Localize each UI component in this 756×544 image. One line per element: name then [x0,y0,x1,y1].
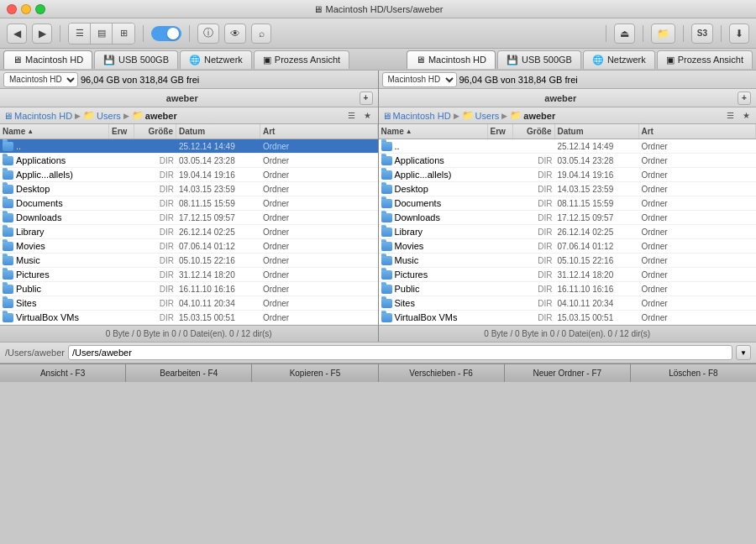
right-location-select[interactable]: Macintosh HD [382,72,457,87]
file-name-cell: VirtualBox VMs [0,311,109,324]
fkey-3-button[interactable]: Ansicht - F3 [0,364,126,382]
table-row[interactable]: DocumentsDIR08.11.15 15:59Ordner [0,196,378,211]
table-row[interactable]: ..25.12.14 14:49Ordner [379,139,757,154]
tab-right-prozess[interactable]: ▣ Prozess Ansicht [657,50,753,69]
table-row[interactable]: LibraryDIR26.12.14 02:25Ordner [379,225,757,239]
tab-left-netzwerk[interactable]: 🌐 Netzwerk [180,50,252,69]
detail-view-button[interactable]: ▤ [91,24,113,44]
fkey-4-button[interactable]: Bearbeiten - F4 [126,364,252,382]
table-row[interactable]: VirtualBox VMsDIR15.03.15 00:51Ordner [0,311,378,325]
left-col-art[interactable]: Art [260,124,378,139]
right-col-name[interactable]: Name ▲ [379,124,488,139]
file-art-cell: Ordner [260,282,378,296]
tab-left-usb[interactable]: 💾 USB 500GB [94,50,178,69]
toggle-switch[interactable] [151,26,181,41]
back-button[interactable]: ◀ [7,24,27,44]
right-add-tab-button[interactable]: + [738,92,751,105]
left-add-tab-button[interactable]: + [360,92,373,105]
left-col-datum[interactable]: Datum [176,124,260,139]
left-col-grosse[interactable]: Größe [134,124,176,139]
tab-right-usb[interactable]: 💾 USB 500GB [497,50,581,69]
fkey-7-button[interactable]: Neuer Ordner - F7 [505,364,631,382]
file-art-cell: Ordner [260,268,378,281]
right-col-datum[interactable]: Datum [555,124,639,139]
table-row[interactable]: LibraryDIR26.12.14 02:25Ordner [0,225,378,239]
table-row[interactable]: MoviesDIR07.06.14 01:12Ordner [0,239,378,254]
table-row[interactable]: PublicDIR16.11.10 16:16Ordner [0,282,378,296]
tab-right-macintosh-hd[interactable]: 🖥 Macintosh HD [407,50,496,69]
right-breadcrumb-aweber[interactable]: 📁 aweber [510,110,555,121]
table-row[interactable]: DocumentsDIR08.11.15 15:59Ordner [379,196,757,211]
right-col-erw[interactable]: Erw [488,124,513,139]
left-file-list[interactable]: ..25.12.14 14:49OrdnerApplicationsDIR03.… [0,139,378,325]
table-row[interactable]: SitesDIR04.10.11 20:34Ordner [379,296,757,311]
tab-left-macintosh-hd[interactable]: 🖥 Macintosh HD [3,50,92,69]
fkey-6-button[interactable]: Verschieben - F6 [379,364,505,382]
s3-button[interactable]: S3 [691,24,713,44]
table-row[interactable]: ..25.12.14 14:49Ordner [0,139,378,154]
file-name-cell: Desktop [379,182,488,196]
file-datum-cell: 16.11.10 16:16 [555,282,639,296]
left-col-name[interactable]: Name ▲ [0,124,109,139]
right-breadcrumb-users[interactable]: 📁 Users [462,110,500,121]
table-row[interactable]: PicturesDIR31.12.14 18:20Ordner [379,268,757,282]
close-button[interactable] [7,4,17,14]
info-button[interactable]: ⓘ [197,24,219,44]
table-row[interactable]: DesktopDIR14.03.15 23:59Ordner [379,182,757,196]
file-erw-cell [488,139,513,153]
right-pane-title: aweber [384,93,738,103]
table-row[interactable]: DownloadsDIR17.12.15 09:57Ordner [0,211,378,225]
left-breadcrumb-users[interactable]: 📁 Users [83,110,121,121]
table-row[interactable]: Applic...allels)DIR19.04.14 19:16Ordner [379,168,757,182]
left-bookmark-btn[interactable]: ★ [361,109,375,123]
file-name-text: Movies [395,241,424,251]
left-col-erw[interactable]: Erw [109,124,134,139]
forward-button[interactable]: ▶ [32,24,52,44]
left-breadcrumb-macintosh[interactable]: 🖥 Macintosh HD [3,111,72,121]
left-breadcrumb-sep-1: ▶ [75,112,81,120]
right-file-list[interactable]: ..25.12.14 14:49OrdnerApplicationsDIR03.… [379,139,757,325]
left-view-list-btn[interactable]: ☰ [345,109,359,123]
path-dropdown-button[interactable]: ▼ [736,345,751,360]
table-row[interactable]: DownloadsDIR17.12.15 09:57Ordner [379,211,757,225]
right-col-grosse[interactable]: Größe [513,124,555,139]
fkey-5-button[interactable]: Kopieren - F5 [252,364,378,382]
minimize-button[interactable] [21,4,31,14]
window-controls[interactable] [7,4,45,14]
download-button[interactable]: ⬇ [729,24,749,44]
left-breadcrumb-aweber[interactable]: 📁 aweber [132,110,177,121]
right-view-list-btn[interactable]: ☰ [723,109,737,123]
grid-view-button[interactable]: ⊞ [113,24,134,44]
table-row[interactable]: ApplicationsDIR03.05.14 23:28Ordner [0,154,378,168]
preview-button[interactable]: 👁 [224,24,246,44]
left-location-select[interactable]: Macintosh HD [3,72,78,87]
table-row[interactable]: Applic...allels)DIR19.04.14 19:16Ordner [0,168,378,182]
search-button[interactable]: ⌕ [251,24,271,44]
new-folder-button[interactable]: 📁 [651,24,675,44]
right-col-art[interactable]: Art [639,124,757,139]
maximize-button[interactable] [35,4,45,14]
table-row[interactable]: ApplicationsDIR03.05.14 23:28Ordner [379,154,757,168]
folder-icon [381,313,392,322]
tab-right-netzwerk[interactable]: 🌐 Netzwerk [583,50,655,69]
table-row[interactable]: DesktopDIR14.03.15 23:59Ordner [0,182,378,196]
tab-left-prozess[interactable]: ▣ Prozess Ansicht [254,50,349,69]
table-row[interactable]: PicturesDIR31.12.14 18:20Ordner [0,268,378,282]
eject-button[interactable]: ⏏ [614,24,635,44]
file-art-cell: Ordner [260,211,378,224]
table-row[interactable]: PublicDIR16.11.10 16:16Ordner [379,282,757,296]
table-row[interactable]: VirtualBox VMsDIR15.03.15 00:51Ordner [379,311,757,325]
fkey-8-button[interactable]: Löschen - F8 [631,364,756,382]
table-row[interactable]: MoviesDIR07.06.14 01:12Ordner [379,239,757,254]
table-row[interactable]: MusicDIR05.10.15 22:16Ordner [379,254,757,268]
list-view-button[interactable]: ☰ [69,24,91,44]
right-bookmark-btn[interactable]: ★ [739,109,753,123]
right-breadcrumb-macintosh[interactable]: 🖥 Macintosh HD [382,111,451,121]
table-row[interactable]: MusicDIR05.10.15 22:16Ordner [0,254,378,268]
table-row[interactable]: SitesDIR04.10.11 20:34Ordner [0,296,378,311]
path-input[interactable] [68,345,732,360]
folder-icon [3,142,13,151]
file-name-text: VirtualBox VMs [16,312,79,322]
file-erw-cell [488,268,513,281]
file-erw-cell [109,239,134,253]
